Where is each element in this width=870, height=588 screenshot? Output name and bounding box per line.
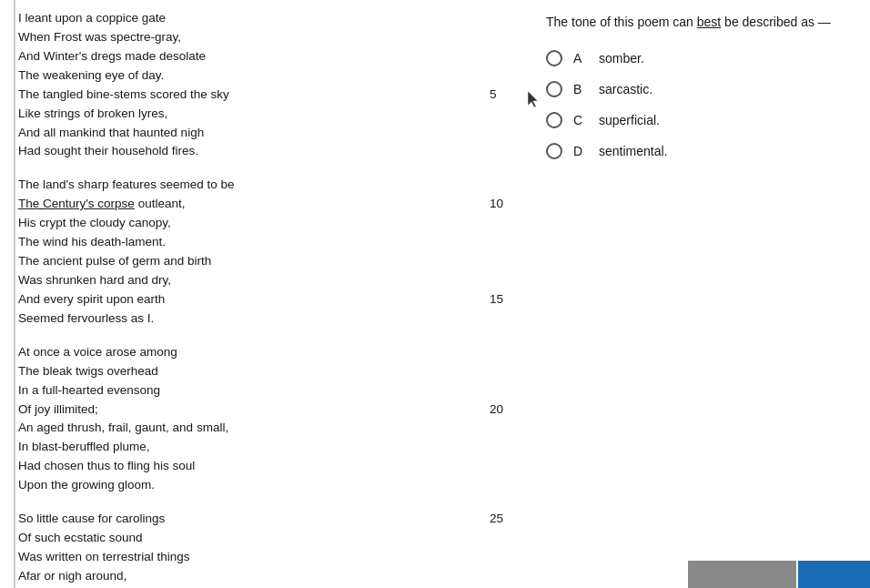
line-text: His crypt the cloudy canopy, — [18, 214, 514, 233]
line-text: Was shrunken hard and dry, — [18, 271, 514, 290]
poem-line: And Winter's dregs made desolate — [18, 47, 514, 66]
question-text: The tone of this poem can best be descri… — [546, 14, 852, 32]
option-text-c: superficial. — [599, 113, 660, 127]
main-container: I leant upon a coppice gate When Frost w… — [0, 0, 870, 588]
line-number: 10 — [482, 195, 514, 214]
line-text: When Frost was spectre-gray, — [18, 28, 514, 47]
poem-line: The wind his death-lament. — [18, 233, 514, 252]
line-text: Of such ecstatic sound — [18, 529, 514, 548]
line-text: In a full-hearted evensong — [18, 381, 514, 400]
option-text-a: somber. — [599, 51, 644, 66]
answer-option-d[interactable]: D sentimental. — [546, 143, 852, 159]
poem-line: So little cause for carolings 25 — [18, 510, 514, 529]
stanza-1: I leant upon a coppice gate When Frost w… — [18, 9, 514, 161]
line-number: 5 — [482, 86, 514, 105]
poem-line: Had chosen thus to fling his soul — [18, 457, 514, 476]
left-border — [14, 0, 15, 588]
line-text: And all mankind that haunted nigh — [18, 124, 514, 143]
poem-line: The ancient pulse of germ and birth — [18, 252, 514, 271]
bottom-bar — [688, 561, 870, 588]
poem-content: I leant upon a coppice gate When Frost w… — [18, 9, 514, 588]
poem-line: And all mankind that haunted nigh — [18, 124, 514, 143]
line-text: Like strings of broken lyres, — [18, 105, 514, 124]
back-button[interactable] — [688, 561, 796, 588]
line-text: Seemed fervourless as I. — [18, 309, 514, 329]
poem-line: In blast-beruffled plume, — [18, 438, 514, 457]
radio-c[interactable] — [546, 112, 562, 128]
question-section: The tone of this poem can best be descri… — [528, 0, 870, 588]
poem-line: At once a voice arose among — [18, 343, 514, 362]
poem-line: The weakening eye of day. — [18, 66, 514, 86]
next-button[interactable] — [798, 561, 870, 588]
radio-a[interactable] — [546, 50, 562, 66]
poem-line: The Century's corpse outleant, 10 — [18, 195, 514, 214]
line-text: So little cause for carolings — [18, 510, 482, 529]
poem-line: The bleak twigs overhead — [18, 362, 514, 381]
poem-line: Seemed fervourless as I. — [18, 309, 514, 329]
poem-line: Upon the growing gloom. — [18, 476, 514, 495]
line-text: The wind his death-lament. — [18, 233, 514, 252]
line-text: The ancient pulse of germ and birth — [18, 252, 514, 271]
poem-line: Had sought their household fires. — [18, 142, 514, 161]
line-text: Had sought their household fires. — [18, 142, 514, 161]
poem-line: Like strings of broken lyres, — [18, 105, 514, 124]
answer-option-c[interactable]: C superficial. — [546, 112, 852, 128]
stanza-2: The land's sharp features seemed to be T… — [18, 176, 514, 328]
answer-option-a[interactable]: A somber. — [546, 50, 852, 66]
line-text: The Century's corpse outleant, — [18, 195, 482, 214]
option-letter-b: B — [573, 82, 588, 96]
option-text-d: sentimental. — [599, 144, 667, 158]
line-text: The land's sharp features seemed to be — [18, 176, 514, 195]
line-text: Was written on terrestrial things — [18, 548, 514, 567]
line-text: An aged thrush, frail, gaunt, and small, — [18, 419, 514, 438]
poem-line: And every spirit upon earth 15 — [18, 290, 514, 309]
poem-line: An aged thrush, frail, gaunt, and small, — [18, 419, 514, 438]
option-text-b: sarcastic. — [599, 82, 652, 96]
poem-line: In a full-hearted evensong — [18, 381, 514, 400]
line-text: In blast-beruffled plume, — [18, 438, 514, 457]
option-letter-a: A — [573, 51, 588, 66]
line-text: The weakening eye of day. — [18, 66, 514, 86]
poem-line: Of joy illimited; 20 — [18, 400, 514, 420]
line-text: The tangled bine-stems scored the sky — [18, 86, 482, 105]
poem-section: I leant upon a coppice gate When Frost w… — [0, 0, 528, 588]
answer-options: A somber. B sarcastic. C superficial. D … — [546, 50, 852, 159]
poem-line: Was written on terrestrial things — [18, 548, 514, 567]
line-number: 25 — [482, 510, 514, 529]
underlined-text: The Century's corpse — [18, 197, 135, 210]
poem-line: Afar or nigh around, — [18, 567, 514, 586]
line-text: At once a voice arose among — [18, 343, 514, 362]
radio-b[interactable] — [546, 81, 562, 97]
option-letter-d: D — [573, 144, 588, 158]
poem-line: His crypt the cloudy canopy, — [18, 214, 514, 233]
stanza-3: At once a voice arose among The bleak tw… — [18, 343, 514, 495]
line-text: And every spirit upon earth — [18, 290, 482, 309]
poem-line: Of such ecstatic sound — [18, 529, 514, 548]
line-number: 15 — [482, 290, 514, 309]
poem-line: The land's sharp features seemed to be — [18, 176, 514, 195]
line-text: And Winter's dregs made desolate — [18, 47, 514, 66]
radio-d[interactable] — [546, 143, 562, 159]
option-letter-c: C — [573, 113, 588, 127]
line-number: 20 — [482, 400, 514, 420]
poem-line: The tangled bine-stems scored the sky 5 — [18, 86, 514, 105]
poem-line: Was shrunken hard and dry, — [18, 271, 514, 290]
question-underline: best — [697, 15, 721, 29]
line-text: Afar or nigh around, — [18, 567, 514, 586]
line-text: Upon the growing gloom. — [18, 476, 514, 495]
poem-line: I leant upon a coppice gate — [18, 9, 514, 28]
stanza-4: So little cause for carolings 25 Of such… — [18, 510, 514, 588]
poem-line: When Frost was spectre-gray, — [18, 28, 514, 47]
line-text: I leant upon a coppice gate — [18, 9, 514, 28]
line-text: Had chosen thus to fling his soul — [18, 457, 514, 476]
line-text: The bleak twigs overhead — [18, 362, 514, 381]
answer-option-b[interactable]: B sarcastic. — [546, 81, 852, 97]
line-text: Of joy illimited; — [18, 400, 482, 420]
